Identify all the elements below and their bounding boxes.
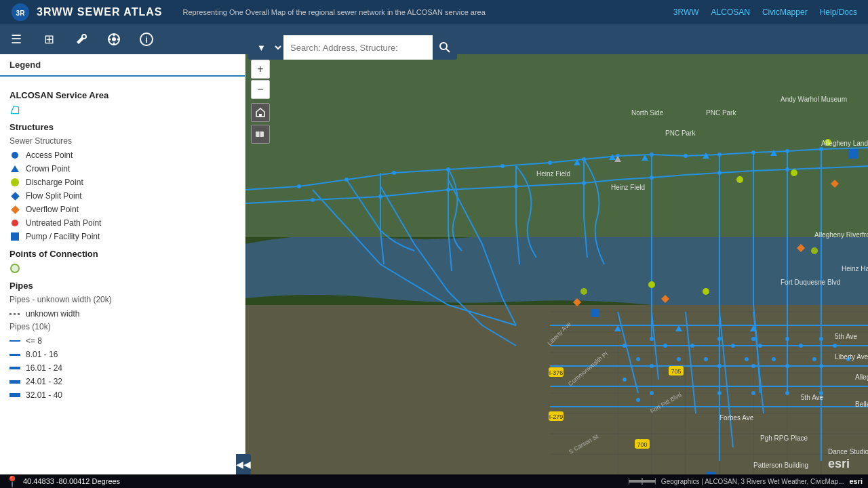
svg-text:Forbes Ave: Forbes Ave [719, 414, 754, 422]
svg-point-56 [785, 337, 789, 341]
pipe-24-label: 16.01 - 24 [26, 363, 62, 373]
nav-help[interactable]: Help/Docs [820, 7, 857, 17]
overflow-point-label: Overflow Point [26, 205, 79, 214]
svg-point-79 [772, 357, 776, 361]
menu-button[interactable]: ☰ [5, 28, 27, 50]
svg-point-80 [799, 344, 803, 348]
svg-text:705: 705 [671, 368, 681, 375]
pipes-10k-subtitle: Pipes (10k) [9, 322, 235, 331]
access-point-label: Access Point [26, 150, 73, 160]
svg-point-36 [548, 161, 552, 165]
home-button[interactable] [251, 103, 270, 122]
header-left: 3R 3RWW SEWER ATLAS Representing One Ove… [11, 3, 486, 22]
svg-text:Pgh RPG Place: Pgh RPG Place [760, 434, 808, 442]
svg-text:700: 700 [637, 441, 647, 448]
scale-bar-icon [629, 476, 656, 486]
svg-point-31 [297, 184, 301, 188]
header-nav: 3RWW ALCOSAN CivicMapper Help/Docs [673, 7, 857, 17]
coordinates-text: 40.44833 -80.00412 Degrees [23, 477, 120, 485]
svg-point-78 [758, 344, 762, 348]
svg-text:Allegheny Landing Park: Allegheny Landing Park [821, 140, 868, 147]
info-button[interactable]: i [136, 28, 157, 50]
svg-point-5 [113, 43, 115, 45]
crown-point-icon [9, 163, 20, 174]
search-icon [439, 42, 450, 53]
legend-tab[interactable]: Legend [0, 54, 245, 77]
search-type-dropdown[interactable]: ▼ [248, 35, 283, 60]
svg-point-44 [819, 147, 823, 151]
svg-point-91 [811, 247, 818, 254]
search-button[interactable] [433, 35, 457, 60]
svg-point-41 [717, 152, 722, 157]
svg-point-59 [717, 364, 722, 368]
svg-point-90 [648, 281, 655, 288]
legend-untreated-path: Untreated Path Point [9, 218, 235, 228]
svg-point-60 [751, 364, 755, 368]
zoom-out-button[interactable]: − [251, 80, 270, 99]
crown-point-label: Crown Point [26, 164, 70, 174]
svg-point-10 [440, 43, 447, 49]
svg-text:5th Ave: 5th Ave [835, 333, 858, 340]
svg-point-69 [636, 357, 640, 361]
svg-point-49 [582, 181, 586, 185]
section-structures: Structures [9, 122, 235, 132]
nav-alcosan[interactable]: ALCOSAN [711, 7, 750, 17]
edit-button[interactable] [71, 28, 92, 50]
pump-facility-label: Pump / Facility Point [26, 232, 100, 241]
section-pipes: Pipes [9, 281, 235, 291]
legend-pipe-32: 24.01 - 32 [9, 376, 235, 387]
svg-point-6 [109, 39, 111, 41]
svg-point-89 [580, 288, 587, 295]
service-area-svg [9, 103, 20, 117]
svg-point-57 [819, 337, 823, 341]
legend-discharge-point: Discharge Point [9, 177, 235, 188]
svg-point-85 [791, 169, 797, 176]
eraser-button[interactable] [251, 125, 270, 144]
svg-point-53 [650, 337, 654, 341]
esri-logo: esri [849, 477, 863, 485]
app-logo: 3R [11, 3, 30, 22]
svg-point-39 [650, 152, 654, 157]
svg-point-64 [717, 391, 722, 395]
subsection-sewer-structures: Sewer Structures [9, 136, 235, 146]
legend-alcosan-shape [9, 104, 235, 115]
map-controls: + − [251, 60, 270, 144]
svg-text:North Side: North Side [631, 109, 664, 117]
svg-text:Heinz Hall: Heinz Hall [842, 265, 868, 272]
layers-button[interactable]: ⊞ [38, 28, 60, 50]
app-title: 3RWW SEWER ATLAS [37, 6, 162, 18]
pump-facility-icon [9, 231, 20, 242]
map-container[interactable]: Heinz Field Heinz Field North Side PNC P… [245, 54, 868, 474]
nav-civicmapper[interactable]: CivicMapper [762, 7, 808, 17]
svg-text:5th Ave: 5th Ave [801, 394, 824, 401]
svg-rect-14 [245, 54, 868, 237]
svg-point-4 [113, 35, 115, 37]
svg-line-11 [446, 49, 450, 52]
pipe-32-label: 24.01 - 32 [26, 377, 62, 386]
svg-text:PNC Park: PNC Park [706, 109, 736, 117]
zoom-in-button[interactable]: + [251, 60, 270, 79]
legend-pipe-24: 16.01 - 24 [9, 363, 235, 373]
untreated-path-icon [9, 218, 20, 228]
svg-point-34 [446, 167, 450, 171]
svg-point-65 [751, 391, 755, 395]
svg-point-61 [785, 364, 789, 368]
legend-flow-split: Flow Split Point [9, 190, 235, 201]
filter-button[interactable] [103, 28, 125, 50]
section-alcosan: ALCOSAN Service Area [9, 90, 235, 100]
sidebar-collapse-button[interactable]: ◀◀ [236, 454, 251, 474]
svg-point-75 [704, 357, 708, 361]
svg-point-52 [785, 167, 789, 171]
svg-rect-148 [259, 114, 262, 117]
svg-point-73 [677, 357, 681, 361]
svg-text:Fort Duquesne Blvd: Fort Duquesne Blvd [781, 279, 840, 286]
flow-split-label: Flow Split Point [26, 191, 82, 201]
svg-rect-97 [848, 149, 858, 159]
svg-point-70 [623, 378, 627, 382]
svg-point-58 [650, 364, 654, 368]
svg-point-62 [819, 364, 823, 368]
pipe-16-label: 8.01 - 16 [26, 350, 58, 359]
svg-text:Allegheny: Allegheny [855, 373, 868, 381]
search-input[interactable] [283, 35, 433, 60]
nav-3rww[interactable]: 3RWW [673, 7, 699, 17]
